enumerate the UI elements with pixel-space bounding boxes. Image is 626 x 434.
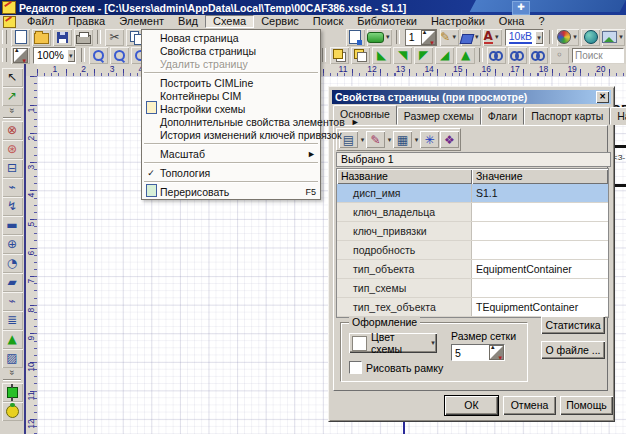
select-tool[interactable]: ↖ — [2, 68, 23, 87]
node-element-tool[interactable] — [2, 383, 23, 402]
menubar-item-7[interactable]: Поиск — [306, 15, 350, 28]
flip-vertical-button[interactable]: ◥ — [393, 47, 412, 64]
schema-menu-item-15[interactable]: ПерерисоватьF5 — [142, 185, 320, 198]
menubar-item-3[interactable]: Элемент — [112, 15, 171, 28]
object-color-button[interactable]: ▾ — [367, 29, 392, 46]
cim-network-button[interactable] — [581, 29, 600, 46]
tab-3[interactable]: Флаги — [481, 107, 524, 125]
table-row[interactable]: ключ_привязки — [337, 222, 608, 241]
table-row[interactable]: тип_объектаEquipmentContainer — [337, 260, 608, 279]
help-book-button[interactable]: ❖ — [440, 131, 459, 148]
more-tools-chevron[interactable]: » — [7, 108, 16, 113]
chevron-down-icon[interactable]: ▾ — [359, 136, 366, 144]
table-row[interactable]: дисп_имяS1.1 — [337, 184, 608, 203]
chevron-down-icon[interactable]: ▾ — [413, 136, 420, 144]
capacitor-bank-tool[interactable]: ⊕ — [2, 235, 23, 254]
chevron-down-icon[interactable]: ▾ — [535, 31, 543, 44]
table-row[interactable]: подробность — [337, 241, 608, 260]
load-tool[interactable]: ▰ — [2, 273, 23, 292]
arrester-tool[interactable]: ▲ — [2, 330, 23, 349]
statistics-button[interactable]: Статистика ... — [541, 316, 605, 334]
table-row[interactable]: ключ_владельца — [337, 203, 608, 222]
menubar-item-8[interactable]: Библиотеки — [350, 15, 424, 28]
draw-frame-checkbox[interactable]: Рисовать рамку — [349, 361, 443, 374]
grid-size-spinner[interactable]: 5 — [451, 344, 505, 361]
search-options-button[interactable]: ◦ — [550, 47, 569, 64]
help-button[interactable]: Помощь — [560, 396, 613, 415]
menubar-item-4[interactable]: Вид — [171, 15, 205, 28]
breaker-tool[interactable]: ⌁ — [2, 178, 23, 197]
cut-button[interactable]: ✂ — [105, 29, 124, 46]
menubar-item-1[interactable]: Файл — [20, 15, 61, 28]
switch-tool[interactable]: ⌁ — [2, 292, 23, 311]
line-width-spin[interactable]: 1 — [405, 29, 437, 46]
zoom-actual-button[interactable] — [110, 47, 129, 64]
mirror-button[interactable]: ▲ — [456, 47, 475, 64]
chevron-down-icon[interactable]: ▾ — [450, 33, 458, 41]
chevron-down-icon[interactable]: ▾ — [67, 49, 75, 62]
about-file-button[interactable]: О файле ... — [541, 341, 605, 359]
find-next-button[interactable] — [508, 47, 527, 64]
rotate-right-button[interactable]: ◢ — [435, 47, 454, 64]
tab-4[interactable]: Паспорт карты — [524, 107, 610, 125]
transformer-tool[interactable]: ⊟ — [2, 159, 23, 178]
object-properties-button[interactable]: ▦ — [393, 131, 412, 148]
document-icon[interactable] — [3, 16, 16, 28]
checkbox-icon[interactable] — [349, 361, 362, 374]
spin-arrows-icon[interactable] — [421, 30, 436, 45]
background-image-button[interactable]: ▾ — [602, 29, 625, 46]
close-icon[interactable]: ✕ — [596, 91, 609, 103]
menubar-item-6[interactable]: Сервис — [254, 15, 306, 28]
table-row[interactable]: тип_тех_объектаTEquipmentContainer — [337, 298, 608, 317]
layers-palette-button[interactable]: ▾ — [557, 29, 579, 46]
draw-link-tool[interactable]: ↗ — [2, 87, 23, 106]
chevron-down-icon[interactable]: ▾ — [617, 33, 625, 41]
reactor-tool[interactable]: ◔ — [2, 254, 23, 273]
new-file-button[interactable] — [11, 29, 30, 46]
bring-to-front-button[interactable] — [330, 47, 349, 64]
save-button[interactable] — [53, 29, 72, 46]
fill-color-button[interactable]: ▾ — [461, 29, 481, 46]
zoom-combo[interactable]: 100%▾ — [33, 47, 76, 64]
grid-step-spin-button[interactable] — [11, 47, 30, 64]
edit-keys-button[interactable]: ✎ — [366, 131, 385, 148]
search-input[interactable] — [572, 48, 624, 63]
toolbar-grip[interactable] — [2, 48, 7, 62]
bus-tool[interactable]: ▬ — [2, 216, 23, 235]
menubar-item-5[interactable]: Схема — [205, 15, 254, 28]
schema-menu-item-1[interactable]: Новая страница — [142, 31, 320, 44]
chevron-down-icon[interactable]: ▾ — [384, 33, 392, 41]
ground-tool[interactable]: ≣ — [2, 311, 23, 330]
chevron-down-icon[interactable]: ▾ — [493, 33, 501, 41]
tab-5[interactable]: Навигатор — [610, 107, 626, 125]
print-button[interactable] — [74, 29, 93, 46]
more-elements-chevron[interactable]: » — [7, 370, 16, 375]
menubar-item-9[interactable]: Настройки — [424, 15, 492, 28]
pin-icon[interactable]: ✚ — [512, 1, 530, 15]
voltage-class-combo[interactable]: 10кВ▾ — [505, 29, 544, 46]
paste-object-button[interactable] — [346, 29, 365, 46]
schema-menu-item-11[interactable]: Масштаб► — [142, 147, 320, 160]
disconnector-tool[interactable]: ↯ — [2, 197, 23, 216]
schema-menu-item-6[interactable]: Контейнеры CIM — [142, 89, 320, 102]
menubar-item-11[interactable]: ? — [531, 15, 551, 28]
schema-menu-item-2[interactable]: Свойства страницы — [142, 44, 320, 57]
table-row[interactable]: тип_схемы — [337, 279, 608, 298]
generator-tool[interactable]: ⊗ — [2, 121, 23, 140]
column-header-value[interactable]: Значение — [472, 169, 608, 184]
tab-2[interactable]: Размер схемы — [397, 107, 481, 125]
open-file-button[interactable] — [32, 29, 51, 46]
schema-menu-item-8[interactable]: Дополнительные свойства элементов► — [142, 115, 320, 128]
lamp-element-tool[interactable] — [2, 402, 23, 421]
motor-tool[interactable]: ⊛ — [2, 140, 23, 159]
schema-menu-item-13[interactable]: ✓Топология — [142, 166, 320, 179]
toolbar-grip[interactable] — [2, 30, 7, 44]
spin-arrows-icon[interactable] — [489, 345, 504, 360]
font-color-button[interactable]: А▾ — [483, 29, 502, 46]
schema-menu-item-7[interactable]: Настройки схемы — [142, 102, 320, 115]
ok-button[interactable]: ОК — [445, 396, 498, 415]
line-color-button[interactable]: ✎▾ — [440, 29, 459, 46]
flip-horizontal-button[interactable]: ◣ — [372, 47, 391, 64]
find-in-schema-button[interactable] — [529, 47, 548, 64]
column-header-name[interactable]: Название — [337, 169, 472, 184]
